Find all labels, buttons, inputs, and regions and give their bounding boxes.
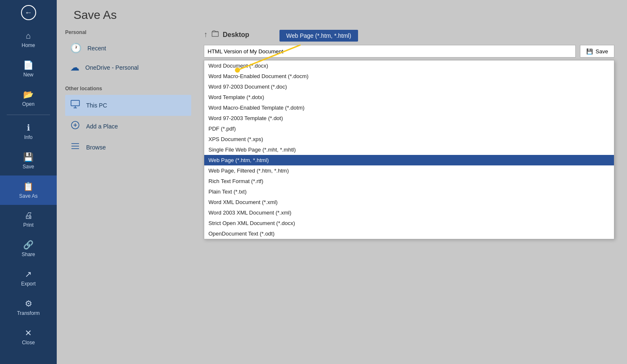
format-row: Word Document (*.docx) ▼ Word Document (… [204,60,614,73]
path-up-icon[interactable]: ↑ [204,30,208,39]
back-circle-icon: ← [21,5,36,20]
main-content: Save As Personal 🕐 Recent ☁ OneDrive - P… [57,0,627,364]
transform-icon: ⚙ [25,299,32,309]
format-option-xps[interactable]: XPS Document (*.xps) [204,134,614,144]
sidebar-item-save-as[interactable]: 📋 Save As [0,175,57,205]
sidebar-item-save[interactable]: 💾 Save [0,146,57,175]
save-as-icon: 📋 [23,181,34,191]
sidebar-item-share-label: Share [21,251,35,257]
format-option-htm-filtered[interactable]: Web Page, Filtered (*.htm, *.htm) [204,165,614,176]
location-add-place[interactable]: Add a Place [65,116,191,137]
sidebar-item-share[interactable]: 🔗 Share [0,234,57,263]
path-text: Desktop [223,31,249,39]
format-option-pdf[interactable]: PDF (*.pdf) [204,123,614,134]
info-icon: ℹ [27,123,30,133]
format-option-htm-html[interactable]: Web Page (*.htm, *.html) [204,155,614,165]
close-icon: ✕ [25,328,32,338]
format-option-dotx[interactable]: Word Template (*.dotx) [204,92,614,102]
sidebar-divider-1 [7,115,50,115]
format-option-dotm[interactable]: Word Macro-Enabled Template (*.dotm) [204,102,614,113]
format-option-rtf[interactable]: Rich Text Format (*.rtf) [204,176,614,186]
page-header: Save As [57,0,627,26]
sidebar-item-home-label: Home [21,42,35,48]
right-panel: ↑ Desktop 💾 Save [200,26,627,364]
this-pc-icon [70,99,80,112]
sidebar-item-new[interactable]: 📄 New [0,54,57,84]
path-folder-icon [211,29,219,40]
save-controls: 💾 Save [204,45,614,58]
sidebar: ← ⌂ Home 📄 New 📂 Open ℹ Info 💾 Save 📋 Sa… [0,0,57,364]
format-option-xml2003[interactable]: Word 2003 XML Document (*.xml) [204,207,614,218]
sidebar-item-save-as-label: Save As [19,193,37,199]
sidebar-item-transform-label: Transform [17,310,40,316]
sidebar-item-print[interactable]: 🖨 Print [0,205,57,234]
location-browse[interactable]: Browse [65,137,191,158]
sidebar-item-home[interactable]: ⌂ Home [0,25,57,54]
sidebar-item-export-label: Export [21,281,36,287]
page-title: Save As [74,8,610,22]
sidebar-item-transform[interactable]: ⚙ Transform [0,293,57,322]
location-onedrive-label: OneDrive - Personal [85,64,139,71]
personal-section-label: Personal [65,26,191,39]
save-icon: 💾 [23,152,34,162]
other-section-label: Other locations [65,82,191,95]
filename-input[interactable] [204,45,576,58]
format-option-odt[interactable]: OpenDocument Text (*.odt) [204,228,614,239]
browse-icon [70,141,80,154]
format-option-strict-docx[interactable]: Strict Open XML Document (*.docx) [204,218,614,228]
sidebar-item-info-label: Info [24,134,32,140]
back-button[interactable]: ← [0,0,57,25]
locations-panel: Personal 🕐 Recent ☁ OneDrive - Personal … [57,26,200,364]
sidebar-item-close-label: Close [22,340,35,346]
svg-rect-0 [71,100,79,106]
share-icon: 🔗 [23,240,34,250]
open-icon: 📂 [23,89,34,100]
new-icon: 📄 [23,60,34,70]
format-option-docm[interactable]: Word Macro-Enabled Document (*.docm) [204,71,614,81]
location-browse-label: Browse [86,144,106,151]
sidebar-item-new-label: New [23,72,33,78]
add-place-icon [70,120,80,133]
location-onedrive[interactable]: ☁ OneDrive - Personal [65,58,191,77]
home-icon: ⌂ [26,31,31,41]
save-button-label: Save [595,48,608,55]
export-icon: ↗ [25,269,32,279]
sidebar-item-close[interactable]: ✕ Close [0,322,57,351]
sidebar-item-export[interactable]: ↗ Export [0,263,57,293]
print-icon: 🖨 [24,211,33,220]
format-option-docx[interactable]: Word Document (*.docx) [204,60,614,71]
format-select-container: Word Document (*.docx) ▼ Word Document (… [204,60,614,73]
location-recent-label: Recent [87,45,106,52]
location-add-place-label: Add a Place [86,123,118,130]
location-recent[interactable]: 🕐 Recent [65,39,191,58]
path-bar: ↑ Desktop [204,26,614,45]
save-button[interactable]: 💾 Save [580,45,614,58]
recent-icon: 🕐 [70,43,82,54]
format-option-doc[interactable]: Word 97-2003 Document (*.doc) [204,81,614,92]
format-option-xml[interactable]: Word XML Document (*.xml) [204,197,614,207]
format-dropdown: Word Document (*.docx) Word Macro-Enable… [204,60,614,239]
onedrive-icon: ☁ [70,62,79,73]
location-this-pc[interactable]: This PC [65,95,191,116]
sidebar-item-save-label: Save [23,164,34,170]
sidebar-item-open[interactable]: 📂 Open [0,84,57,113]
sidebar-nav: ⌂ Home 📄 New 📂 Open ℹ Info 💾 Save 📋 Save… [0,25,57,364]
sidebar-item-print-label: Print [23,222,34,228]
format-option-mht[interactable]: Single File Web Page (*.mht, *.mhtl) [204,144,614,155]
content-area: Personal 🕐 Recent ☁ OneDrive - Personal … [57,26,627,364]
save-button-icon: 💾 [586,48,593,55]
location-this-pc-label: This PC [86,102,107,109]
sidebar-item-open-label: Open [22,101,34,107]
format-option-dot[interactable]: Word 97-2003 Template (*.dot) [204,113,614,123]
format-option-txt[interactable]: Plain Text (*.txt) [204,186,614,197]
sidebar-item-info[interactable]: ℹ Info [0,117,57,146]
